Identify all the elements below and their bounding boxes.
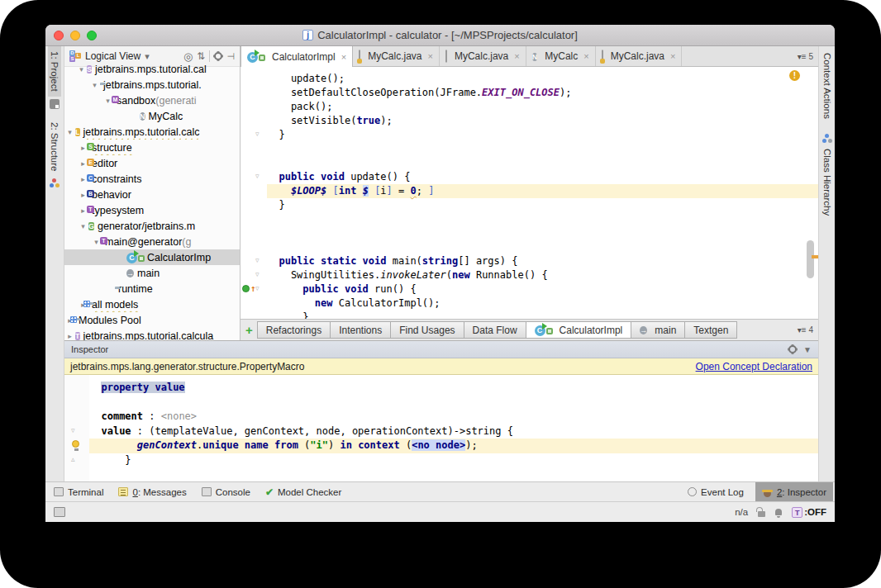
override-marker-icon[interactable] [242,285,250,292]
zoom-button[interactable] [87,31,97,40]
tree-item-label: runtime [118,283,153,295]
toolwindow-button-context-actions[interactable]: Context Actions [821,48,834,124]
locked-file-icon [359,50,360,62]
tree-item-jetbrains-mps-tutorial-calc[interactable]: ▾Ljetbrains.mps.tutorial.calc [64,124,240,140]
tree-item-calculatorimp[interactable]: CCalculatorImp [64,249,240,265]
close-icon[interactable]: × [428,51,433,61]
toolwindow-toggle-icon[interactable] [54,507,65,517]
tree-item-jetbrains-mps-tutorial-[interactable]: ▾jetbrains.mps.tutorial. [64,77,240,92]
bottom-tab-data-flow[interactable]: Data Flow [464,321,526,339]
typesystem-trace-icon[interactable]: T [792,507,802,518]
right-toolwindow-stripe: Context Actions Class Hierarchy [818,46,835,481]
code-line [267,212,818,226]
toolwindow-button-model-checker[interactable]: ✔Model Checker [265,486,341,498]
code-line: } [89,453,818,468]
tree-item-label: constraints [92,173,141,185]
inspector-dock-icon[interactable]: ▼ [803,345,812,354]
bottom-tab-find-usages[interactable]: Find Usages [390,321,464,339]
tree-expander-icon[interactable]: ▾ [64,128,75,136]
add-tab-icon[interactable]: + [245,323,253,337]
code-editor[interactable]: ▿▿▿▿▿ update(); setDefaultCloseOperation… [240,67,818,319]
fold-marker-icon[interactable]: ▿ [71,427,75,434]
error-stripe-mark[interactable] [812,255,818,258]
hide-panel-icon[interactable]: ⊣ [226,51,235,62]
code-line: } [267,198,818,212]
fold-marker-icon[interactable]: ▿ [255,130,260,138]
gear-icon[interactable] [214,52,222,60]
tree-item-jetbrains-mps-tutorial-cal[interactable]: ▾Sjetbrains.mps.tutorial.cal [64,61,240,77]
toolwindow-bar: Terminal0: MessagesConsole✔Model Checker… [45,481,835,501]
tree-expander-icon[interactable]: ▾ [76,65,87,74]
fold-marker-icon[interactable]: ▿ [255,257,260,264]
view-selector[interactable]: Logical View [85,50,140,62]
java-class-icon: j [302,30,313,40]
unlocked-padlock-icon[interactable] [758,511,765,517]
toolwindow-button-event-log[interactable]: Event Log [688,487,744,497]
tree-expander-icon[interactable]: ▾ [89,81,100,89]
inspections-warning-icon[interactable]: ! [789,70,800,81]
tree-item-typesystem[interactable]: ▸Ttypesystem [64,202,240,218]
tree-item-jetbrains-mps-tutorial-calcula[interactable]: ▸Tjetbrains.mps.tutorial.calcula [64,328,240,340]
bottom-tab-refactorings[interactable]: Refactorings [257,321,331,339]
editor-tab-mycalc-java[interactable]: MyCalc.java× [596,46,683,66]
tree-item-behavior[interactable]: ▸Bbehavior [64,187,240,202]
tree-item-runtime[interactable]: runtime [64,281,240,296]
open-concept-declaration-link[interactable]: Open Concept Declaration [696,361,812,372]
toolwindow-button-class-hierarchy[interactable]: Class Hierarchy [821,144,834,220]
eventlog-icon [688,487,697,496]
tree-item-generator-jetbrains-m[interactable]: ▾Ggenerator/jetbrains.m [64,218,240,234]
bottom-tab-intentions[interactable]: Intentions [330,321,391,339]
tree-item-main-generator[interactable]: ▾Tmain@generator (g [64,234,240,249]
tab-list-overflow[interactable]: ▾≡ 5 [798,52,818,61]
close-icon[interactable]: × [341,52,346,62]
tab-list-overflow[interactable]: ▾≡ 4 [798,325,815,334]
tree-item-label: generator/jetbrains.m [98,220,195,232]
inspector-gear-icon[interactable] [788,345,797,353]
toolwindow-button-0-messages[interactable]: 0: Messages [118,487,186,497]
toolwindow-button-terminal[interactable]: Terminal [54,487,103,497]
editor-tab-mycalc[interactable]: NMyCalc× [526,46,596,66]
toolwindow-button-project[interactable]: 1: Project [48,46,61,97]
tree-item-modules-pool[interactable]: ▸Modules Pool [64,312,240,328]
editor-scrollbar[interactable] [807,240,814,278]
collapse-all-icon[interactable]: ⇅ [197,50,205,62]
chevron-down-icon[interactable]: ▾ [145,51,150,62]
inspector-editor[interactable]: ▿▵ property value comment : <none> value… [64,375,818,481]
tree-item-editor[interactable]: ▸Eeditor [64,155,240,171]
intention-bulb-icon[interactable] [72,440,79,448]
toolwindow-button-console[interactable]: Console [202,487,250,497]
fold-marker-icon[interactable]: ▿ [255,285,260,292]
tree-item-mycalc[interactable]: NMyCalc [64,108,240,124]
editor-tab-mycalc-java[interactable]: MyCalc.java× [353,46,440,66]
bottom-tab-calculatorimpl[interactable]: CCalculatorImpl [526,321,632,339]
tree-expander-icon[interactable]: ▸ [64,332,75,340]
toolwindow-button-2-inspector[interactable]: 2: Inspector [755,482,833,502]
project-toolwindow-icon [50,99,60,109]
messages-icon [118,487,128,496]
code-line: property value [89,381,818,396]
tree-item-suffix: (generati [155,95,196,107]
class-run-icon: C [535,325,552,336]
toolwindow-button-structure[interactable]: 2: Structure [48,117,61,176]
tree-expander-icon[interactable]: ▾ [78,222,88,230]
notifications-icon[interactable] [775,509,782,515]
tree-item-structure[interactable]: ▸Sstructure [64,140,240,155]
inspector-gutter: ▿▵ [64,375,89,481]
close-icon[interactable]: × [583,51,588,61]
tree-item-constraints[interactable]: ▸Cconstraints [64,171,240,187]
bottom-tab-textgen[interactable]: Textgen [684,321,737,339]
editor-tab-mycalc-java[interactable]: MyCalc.java× [440,46,526,66]
tree-item-all-models[interactable]: ▸all models [64,296,240,312]
close-button[interactable] [54,31,64,40]
fold-marker-icon[interactable]: ▿ [255,271,260,278]
tree-item-sandbox[interactable]: ▾Msandbox (generati [64,92,240,108]
fold-closed-marker-icon[interactable]: ▵ [71,456,75,463]
fold-marker-icon[interactable]: ▿ [255,173,260,180]
minimize-button[interactable] [70,31,80,40]
tree-item-main[interactable]: →main [64,265,240,281]
window-title: CalculatorImpl - calculator - [~/MPSProj… [317,29,578,41]
editor-tab-calculatorimpl[interactable]: CCalculatorImpl× [240,46,353,67]
close-icon[interactable]: × [670,51,675,61]
bottom-tab-main[interactable]: →main [631,321,685,339]
close-icon[interactable]: × [514,51,519,61]
